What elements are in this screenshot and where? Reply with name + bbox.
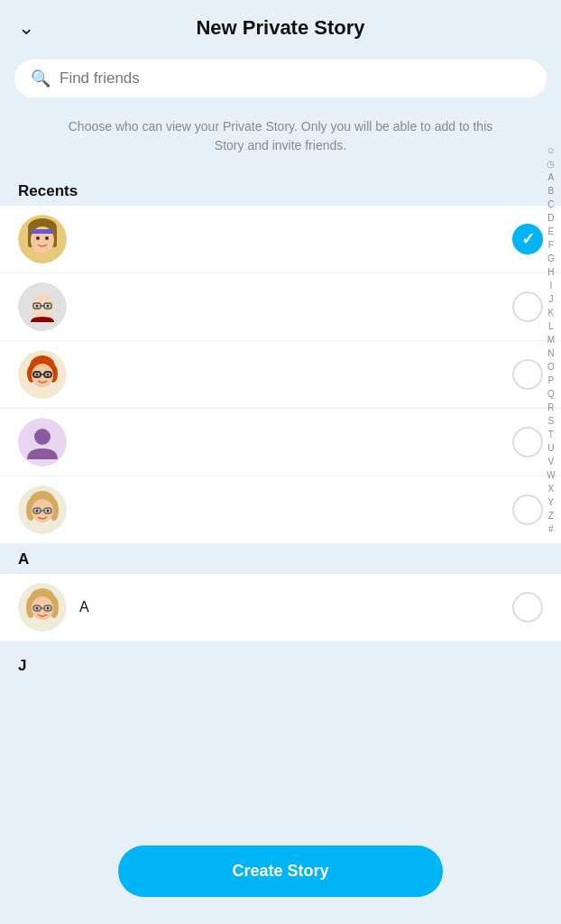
- alpha-n[interactable]: N: [547, 347, 554, 360]
- friend-name: A: [79, 599, 512, 615]
- list-item[interactable]: [0, 206, 561, 273]
- alpha-q[interactable]: Q: [547, 388, 555, 401]
- alpha-j[interactable]: J: [548, 293, 553, 306]
- alpha-clock[interactable]: ◷: [547, 158, 555, 171]
- alpha-e[interactable]: E: [548, 226, 555, 238]
- svg-point-14: [47, 305, 50, 308]
- avatar: [18, 350, 67, 399]
- alpha-m[interactable]: M: [547, 334, 555, 346]
- svg-point-26: [34, 429, 51, 445]
- j-label: J: [18, 657, 26, 674]
- list-item[interactable]: [0, 341, 561, 409]
- alpha-g[interactable]: G: [547, 253, 555, 265]
- avatar: [18, 485, 67, 534]
- select-toggle[interactable]: [512, 494, 543, 525]
- create-story-button[interactable]: Create Story: [118, 845, 443, 897]
- recents-list: [0, 206, 561, 543]
- alpha-d[interactable]: D: [547, 212, 554, 225]
- svg-point-35: [36, 510, 39, 513]
- alpha-i[interactable]: I: [550, 280, 553, 292]
- a-section: A: [0, 543, 561, 771]
- alpha-w[interactable]: W: [547, 469, 555, 482]
- svg-rect-7: [31, 229, 54, 234]
- list-item[interactable]: [0, 273, 561, 341]
- alpha-a[interactable]: A: [548, 171, 555, 184]
- alpha-s[interactable]: S: [548, 415, 555, 428]
- search-container: 🔍: [0, 52, 561, 110]
- select-toggle[interactable]: [512, 224, 543, 254]
- list-item[interactable]: [0, 476, 561, 543]
- recents-section-header: Recents: [0, 173, 561, 206]
- avatar: [18, 282, 67, 331]
- svg-point-36: [47, 510, 50, 513]
- alpha-l[interactable]: L: [548, 320, 554, 333]
- alpha-p[interactable]: P: [548, 374, 555, 387]
- recents-label: Recents: [18, 182, 78, 199]
- svg-point-6: [45, 236, 49, 240]
- alpha-v[interactable]: V: [548, 456, 555, 468]
- select-toggle[interactable]: [512, 592, 543, 623]
- page-title: New Private Story: [196, 16, 364, 40]
- alpha-k[interactable]: K: [548, 307, 555, 319]
- a-label: A: [18, 550, 29, 568]
- svg-point-13: [36, 305, 39, 308]
- list-item[interactable]: A: [0, 574, 561, 641]
- alpha-r[interactable]: R: [547, 402, 554, 414]
- select-toggle[interactable]: [512, 427, 543, 457]
- alpha-x[interactable]: X: [548, 483, 555, 495]
- avatar: [18, 418, 67, 467]
- alpha-hash[interactable]: #: [548, 523, 554, 536]
- select-toggle[interactable]: [512, 359, 543, 390]
- alpha-c[interactable]: C: [547, 199, 554, 211]
- header: ⌄ New Private Story: [0, 0, 561, 52]
- a-list: A: [0, 574, 561, 641]
- create-story-container: Create Story: [118, 845, 443, 897]
- j-section-header: J: [0, 650, 561, 680]
- alpha-b[interactable]: B: [548, 185, 555, 198]
- alpha-u[interactable]: U: [547, 442, 554, 455]
- alpha-h[interactable]: H: [547, 266, 554, 279]
- alpha-y[interactable]: Y: [548, 496, 555, 509]
- description-text: Choose who can view your Private Story. …: [0, 110, 561, 173]
- alpha-t[interactable]: T: [548, 429, 554, 441]
- chevron-down-icon[interactable]: ⌄: [18, 16, 34, 40]
- list-item[interactable]: [0, 409, 561, 476]
- search-bar: 🔍: [14, 60, 547, 97]
- svg-point-23: [36, 374, 39, 376]
- a-section-header: A: [0, 543, 561, 574]
- svg-point-46: [47, 607, 50, 610]
- svg-point-45: [36, 607, 39, 610]
- alpha-z[interactable]: Z: [548, 510, 554, 522]
- alpha-f[interactable]: F: [548, 239, 554, 252]
- select-toggle[interactable]: [512, 291, 543, 322]
- avatar: [18, 215, 67, 263]
- avatar: [18, 583, 67, 632]
- search-input[interactable]: [60, 69, 530, 88]
- alphabet-sidebar: ☺ ◷ A B C D E F G H I J K L M N O P Q R …: [547, 144, 556, 536]
- alpha-o[interactable]: O: [547, 361, 555, 374]
- svg-point-24: [47, 374, 50, 376]
- alpha-emoji[interactable]: ☺: [547, 144, 556, 157]
- svg-point-5: [36, 236, 40, 240]
- search-icon: 🔍: [31, 69, 51, 88]
